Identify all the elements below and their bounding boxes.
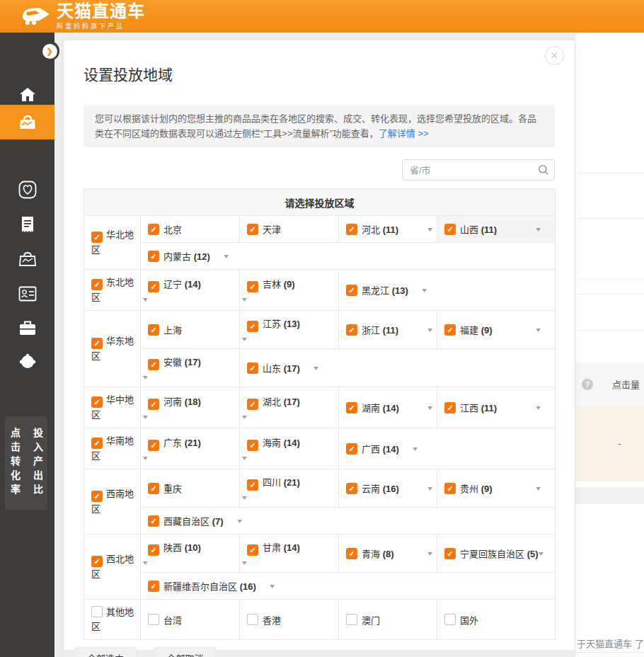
chevron-down-icon[interactable]: ▼ xyxy=(534,226,549,233)
province-checkbox-item[interactable]: ✓新疆维吾尔自治区 (16)▼ xyxy=(148,579,548,593)
chevron-down-icon[interactable]: ▼ xyxy=(420,287,428,294)
help-icon[interactable]: ? xyxy=(582,379,593,390)
region-checkbox-item[interactable]: ✓华南地区 xyxy=(91,435,134,461)
province-checkbox-item[interactable]: ✓福建 (9)▼ xyxy=(444,323,548,336)
region-checkbox-item[interactable]: ✓东北地区 xyxy=(91,277,134,302)
region-checkbox-item[interactable]: ✓华东地区 xyxy=(91,336,134,361)
chevron-down-icon[interactable]: ▼ xyxy=(241,559,342,566)
checkbox-checked-icon[interactable]: ✓ xyxy=(148,399,159,410)
checkbox-checked-icon[interactable]: ✓ xyxy=(346,224,357,235)
sidebar-item-accounts[interactable] xyxy=(0,276,54,311)
chevron-down-icon[interactable]: ▼ xyxy=(268,583,276,590)
province-checkbox-item[interactable]: ✓陕西 (10)▼ xyxy=(148,540,232,566)
province-checkbox-item[interactable]: ✓河北 (11)▼ xyxy=(346,222,439,236)
chevron-down-icon[interactable]: ▼ xyxy=(426,226,441,233)
province-checkbox-item[interactable]: ✓四川 (21)▼ xyxy=(247,475,331,501)
province-checkbox-item[interactable]: 国外 xyxy=(444,613,548,627)
checkbox-checked-icon[interactable]: ✓ xyxy=(247,224,258,235)
province-checkbox-item[interactable]: ✓江西 (11)▼ xyxy=(444,401,548,414)
region-checkbox-item[interactable]: ✓华北地区 xyxy=(91,229,134,255)
checkbox-checked-icon[interactable]: ✓ xyxy=(247,440,258,451)
province-checkbox-item[interactable]: ✓河南 (18)▼ xyxy=(148,394,232,421)
province-checkbox-item[interactable]: ✓重庆 xyxy=(148,481,232,495)
checkbox-checked-icon[interactable]: ✓ xyxy=(148,515,159,527)
province-checkbox-item[interactable]: ✓江苏 (13)▼ xyxy=(247,316,331,343)
chevron-down-icon[interactable]: ▼ xyxy=(241,336,342,343)
province-checkbox-item[interactable]: ✓甘肃 (14)▼ xyxy=(247,540,331,566)
province-checkbox-item[interactable]: ✓宁夏回族自治区 (5)▼ xyxy=(444,547,548,560)
checkbox-checked-icon[interactable]: ✓ xyxy=(148,440,159,451)
checkbox-checked-icon[interactable]: ✓ xyxy=(148,251,159,262)
checkbox-checked-icon[interactable]: ✓ xyxy=(444,548,456,559)
province-checkbox-item[interactable]: ✓湖南 (14)▼ xyxy=(346,401,439,414)
checkbox-unchecked-icon[interactable] xyxy=(148,614,159,625)
checkbox-checked-icon[interactable]: ✓ xyxy=(444,324,456,336)
province-checkbox-item[interactable]: ✓海南 (14)▼ xyxy=(247,435,331,462)
chevron-down-icon[interactable]: ▼ xyxy=(241,455,342,462)
chevron-down-icon[interactable]: ▼ xyxy=(534,485,549,492)
province-checkbox-item[interactable]: ✓北京 xyxy=(148,222,232,236)
checkbox-checked-icon[interactable]: ✓ xyxy=(247,362,258,374)
checkbox-checked-icon[interactable]: ✓ xyxy=(91,556,103,567)
chevron-down-icon[interactable]: ▼ xyxy=(142,559,243,566)
chevron-down-icon[interactable]: ▼ xyxy=(142,413,243,421)
checkbox-checked-icon[interactable]: ✓ xyxy=(346,324,357,336)
checkbox-checked-icon[interactable]: ✓ xyxy=(148,224,159,235)
province-checkbox-item[interactable]: ✓广东 (21)▼ xyxy=(148,435,232,462)
chevron-down-icon[interactable]: ▼ xyxy=(241,494,342,501)
chevron-down-icon[interactable]: ▼ xyxy=(536,550,551,557)
checkbox-checked-icon[interactable]: ✓ xyxy=(346,548,357,559)
chevron-down-icon[interactable]: ▼ xyxy=(241,413,342,421)
checkbox-checked-icon[interactable]: ✓ xyxy=(148,281,159,292)
chevron-down-icon[interactable]: ▼ xyxy=(312,365,320,372)
select-all-button[interactable]: 全部选中 xyxy=(74,647,137,657)
checkbox-unchecked-icon[interactable] xyxy=(91,606,103,617)
province-checkbox-item[interactable]: ✓内蒙古 (12)▼ xyxy=(148,249,548,263)
sidebar-item-favorites[interactable] xyxy=(0,172,54,207)
region-checkbox-item[interactable]: ✓西北地区 xyxy=(91,554,134,579)
chevron-down-icon[interactable]: ▼ xyxy=(222,253,230,260)
checkbox-checked-icon[interactable]: ✓ xyxy=(247,281,258,292)
chevron-down-icon[interactable]: ▼ xyxy=(426,550,441,557)
province-checkbox-item[interactable]: ✓广西 (14)▼ xyxy=(346,442,548,455)
checkbox-unchecked-icon[interactable] xyxy=(444,614,456,625)
chevron-down-icon[interactable]: ▼ xyxy=(534,326,549,333)
sidebar-metrics-panel[interactable]: 点击转化率 投入产出比 xyxy=(5,416,47,510)
checkbox-checked-icon[interactable]: ✓ xyxy=(148,483,159,494)
checkbox-checked-icon[interactable]: ✓ xyxy=(91,491,103,502)
sidebar-item-tools[interactable] xyxy=(0,310,54,345)
search-input[interactable] xyxy=(402,159,555,181)
checkbox-unchecked-icon[interactable] xyxy=(346,614,357,625)
checkbox-checked-icon[interactable]: ✓ xyxy=(91,232,103,243)
sidebar-item-profile[interactable] xyxy=(0,344,54,379)
checkbox-checked-icon[interactable]: ✓ xyxy=(346,483,357,494)
province-checkbox-item[interactable]: ✓黑龙江 (13)▼ xyxy=(346,283,548,297)
region-checkbox-item[interactable]: 其他地区 xyxy=(91,607,134,632)
checkbox-checked-icon[interactable]: ✓ xyxy=(91,338,103,349)
province-checkbox-item[interactable]: ✓青海 (8)▼ xyxy=(346,547,439,560)
province-checkbox-item[interactable]: ✓云南 (16)▼ xyxy=(346,481,439,495)
province-checkbox-item[interactable]: ✓贵州 (9)▼ xyxy=(444,481,548,495)
region-checkbox-item[interactable]: ✓华中地区 xyxy=(91,394,134,420)
chevron-down-icon[interactable]: ▼ xyxy=(235,518,243,525)
sidebar-item-campaign-active[interactable] xyxy=(0,105,54,139)
checkbox-checked-icon[interactable]: ✓ xyxy=(91,438,103,449)
checkbox-checked-icon[interactable]: ✓ xyxy=(247,544,258,556)
deselect-all-button[interactable]: 全部取消 xyxy=(154,647,216,657)
chevron-down-icon[interactable]: ▼ xyxy=(426,485,441,492)
checkbox-checked-icon[interactable]: ✓ xyxy=(346,402,357,413)
chevron-down-icon[interactable]: ▼ xyxy=(241,296,342,303)
chevron-down-icon[interactable]: ▼ xyxy=(142,296,243,303)
province-checkbox-item[interactable]: ✓湖北 (17)▼ xyxy=(247,394,331,421)
checkbox-checked-icon[interactable]: ✓ xyxy=(148,359,159,370)
province-checkbox-item[interactable]: ✓天津 xyxy=(247,222,331,236)
province-checkbox-item[interactable]: 台湾 xyxy=(148,613,232,627)
chevron-down-icon[interactable]: ▼ xyxy=(426,404,441,411)
sidebar-item-reports[interactable] xyxy=(0,207,54,241)
province-checkbox-item[interactable]: ✓安徽 (17)▼ xyxy=(148,355,232,381)
checkbox-checked-icon[interactable]: ✓ xyxy=(346,443,357,455)
chevron-down-icon[interactable]: ▼ xyxy=(426,326,441,333)
region-checkbox-item[interactable]: ✓西南地区 xyxy=(91,489,134,514)
checkbox-checked-icon[interactable]: ✓ xyxy=(91,396,103,408)
chevron-down-icon[interactable]: ▼ xyxy=(142,455,243,462)
